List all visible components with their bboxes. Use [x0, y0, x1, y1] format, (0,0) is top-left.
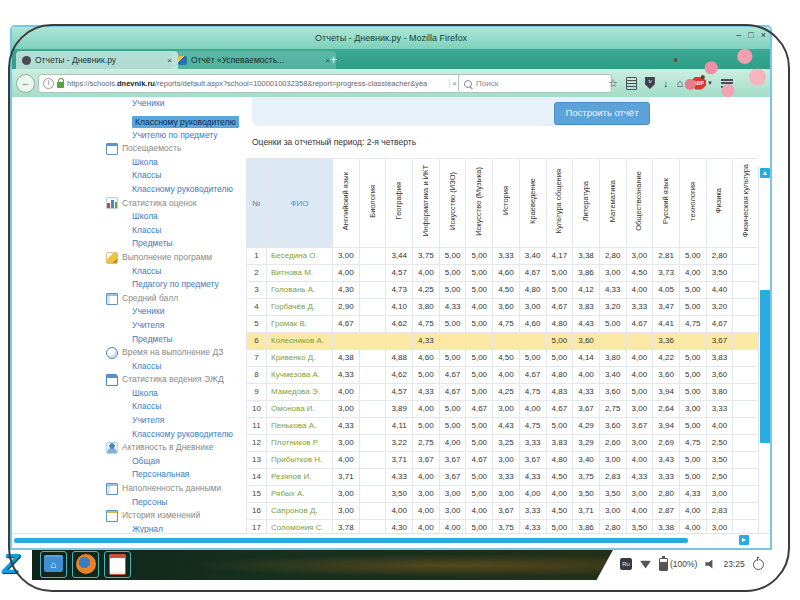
student-name[interactable]: Громак В.: [267, 316, 333, 333]
student-name[interactable]: Головань А.: [267, 282, 333, 299]
sidebar-item[interactable]: Классному руководителю: [98, 428, 246, 442]
menu-icon[interactable]: [721, 79, 733, 88]
grade-cell: 2,75: [413, 435, 440, 452]
scroll-up-button[interactable]: [760, 168, 770, 178]
sidebar-item[interactable]: Учителя: [98, 319, 246, 333]
tab-progress-report[interactable]: Отчёт «Успеваемость... ×: [172, 51, 336, 69]
sidebar-item[interactable]: Классному руководителю: [132, 116, 239, 128]
sidebar-item[interactable]: Учителя: [98, 414, 246, 428]
student-name[interactable]: Беседина О.: [267, 248, 333, 265]
speaker-icon[interactable]: [705, 560, 715, 569]
new-tab-button[interactable]: +: [330, 53, 337, 67]
grade-cell: 3,38: [653, 520, 680, 534]
tab-reports[interactable]: Отчеты - Дневник.ру ×: [16, 51, 178, 69]
sidebar-item[interactable]: Школа: [98, 210, 246, 224]
sidebar-item[interactable]: Журнал: [98, 523, 246, 533]
clipboard-icon[interactable]: [626, 77, 637, 90]
grade-cell: [466, 333, 493, 350]
grade-cell: 4,33: [413, 333, 440, 350]
student-name[interactable]: Витнова М.: [267, 265, 333, 282]
grade-cell: 4,60: [493, 265, 520, 282]
student-name[interactable]: Кучмезова А.: [267, 367, 333, 384]
horizontal-scroll-thumb[interactable]: [14, 538, 688, 543]
fio-column-header[interactable]: ФИО: [267, 159, 333, 248]
sidebar-item[interactable]: Предметы: [98, 333, 246, 347]
student-name[interactable]: Резяпов И.: [267, 469, 333, 486]
sidebar-item[interactable]: Ученики: [98, 97, 246, 111]
grade-cell: 5,00: [546, 520, 573, 534]
student-name[interactable]: Кривенко Д.: [267, 350, 333, 367]
sidebar-item[interactable]: Классы: [98, 360, 246, 374]
student-name[interactable]: Горбачёв Д.: [267, 299, 333, 316]
sidebar-item[interactable]: Персональная: [98, 468, 246, 482]
sidebar-item[interactable]: Классы: [98, 265, 246, 279]
student-row: 16Сапронов Д.3,004,004,003,004,003,673,3…: [247, 503, 759, 520]
home-icon[interactable]: ⌂: [676, 74, 683, 92]
taskbar-app-libreoffice[interactable]: [104, 551, 131, 578]
power-icon[interactable]: [753, 559, 764, 570]
history-icon: [106, 510, 118, 522]
download-icon[interactable]: ↓: [663, 74, 669, 92]
taskbar-app-files[interactable]: ⌂: [40, 551, 67, 578]
student-name[interactable]: Пенькова А.: [267, 418, 333, 435]
taskbar-app-firefox[interactable]: [72, 551, 99, 578]
url-field[interactable]: i https://schools.dnevnik.ru/reports/def…: [38, 74, 462, 93]
grade-cell: [733, 452, 758, 469]
student-name[interactable]: Омонова И.: [267, 401, 333, 418]
sidebar-item[interactable]: Школа: [98, 387, 246, 401]
build-report-button[interactable]: Построить отчёт: [554, 102, 650, 125]
student-name[interactable]: Плотников Р.: [267, 435, 333, 452]
shield-icon[interactable]: v: [645, 77, 655, 89]
student-name[interactable]: Рябых А.: [267, 486, 333, 503]
grade-cell: 4,60: [519, 316, 546, 333]
sidebar-item[interactable]: Предметы: [98, 237, 246, 251]
sidebar-item[interactable]: Классы: [98, 224, 246, 238]
clock[interactable]: 23:25: [723, 559, 744, 569]
sidebar-item[interactable]: Учителю по предмету: [98, 129, 246, 143]
search-input[interactable]: Поиск: [458, 74, 612, 93]
vertical-scrollbar[interactable]: [758, 167, 770, 533]
sidebar-item[interactable]: Школа: [98, 156, 246, 170]
page-content: УченикиКлассному руководителюУчителю по …: [12, 97, 770, 533]
sidebar-item[interactable]: Ученики: [98, 305, 246, 319]
grade-cell: [733, 435, 758, 452]
sidebar-item[interactable]: Общая: [98, 455, 246, 469]
grade-cell: 3,25: [493, 435, 520, 452]
sidebar-item[interactable]: Классы: [98, 169, 246, 183]
page-info-icon[interactable]: i: [43, 78, 54, 89]
student-name[interactable]: Колесников А.: [267, 333, 333, 350]
grade-cell: 3,73: [653, 265, 680, 282]
sidebar-item-label: Журнал: [132, 524, 163, 533]
student-name[interactable]: Соломония С.: [267, 520, 333, 534]
keyboard-layout-indicator[interactable]: Ru: [620, 558, 632, 570]
student-name[interactable]: Сапронов Д.: [267, 503, 333, 520]
grade-cell: 3,00: [626, 435, 653, 452]
student-name[interactable]: Прибытков Н.: [267, 452, 333, 469]
sidebar-item[interactable]: Персоны: [98, 496, 246, 510]
grade-cell: 3,50: [573, 486, 600, 503]
table-icon: [106, 483, 118, 495]
horizontal-scrollbar[interactable]: [12, 533, 770, 547]
back-button[interactable]: ←: [16, 74, 35, 93]
minimize-button[interactable]: –: [736, 30, 741, 40]
sidebar-item[interactable]: Педагогу по предмету: [98, 278, 246, 292]
grade-cell: 4,38: [333, 350, 360, 367]
grade-cell: [359, 418, 386, 435]
url-clear-button[interactable]: ×: [449, 79, 457, 88]
sidebar-item[interactable]: Классы: [98, 400, 246, 414]
row-number: 17: [247, 520, 267, 534]
window-titlebar[interactable]: Отчеты - Дневник.ру - Mozilla Firefox – …: [12, 27, 770, 49]
close-button[interactable]: ×: [761, 30, 766, 40]
scroll-right-button[interactable]: [739, 535, 749, 545]
sidebar-item[interactable]: Классному руководителю: [98, 183, 246, 197]
adblock-icon[interactable]: ABP▼: [691, 77, 713, 90]
vertical-scroll-thumb[interactable]: [760, 290, 770, 443]
wifi-icon[interactable]: [640, 560, 651, 569]
grade-cell: 2,75: [599, 401, 626, 418]
subject-column-header: Информатика и ИКТ: [413, 159, 440, 248]
star-icon[interactable]: ☆: [608, 74, 618, 92]
student-name[interactable]: Мамедова Э.: [267, 384, 333, 401]
battery-indicator[interactable]: (100%): [659, 558, 697, 571]
start-menu-button[interactable]: Z: [2, 548, 19, 580]
maximize-button[interactable]: □: [748, 30, 753, 40]
